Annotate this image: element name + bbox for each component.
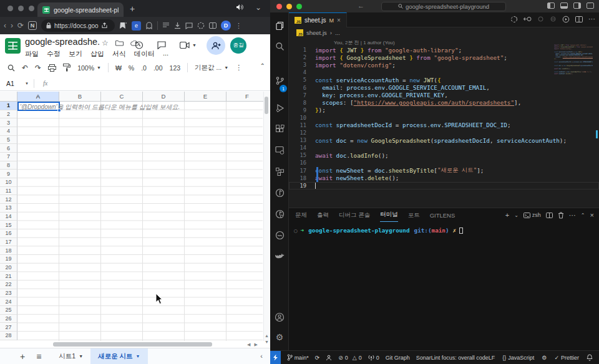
column-header-F[interactable]: F — [226, 92, 268, 102]
name-box[interactable]: A1 — [0, 80, 25, 87]
window-zoom-button[interactable] — [296, 4, 302, 9]
run-file-icon[interactable] — [562, 16, 570, 23]
tab-capture-icon[interactable] — [197, 22, 205, 29]
sonarlint-status[interactable]: SonarLint focus: overall code — [416, 355, 489, 361]
number-format-button[interactable]: 123 — [170, 64, 181, 72]
profile-avatar[interactable]: D — [221, 21, 231, 31]
grid-corner[interactable] — [0, 92, 17, 102]
row-header-23[interactable]: 23 — [0, 289, 17, 298]
version-history-icon[interactable] — [134, 41, 144, 50]
row-header-11[interactable]: 11 — [0, 187, 17, 196]
row-header-21[interactable]: 21 — [0, 272, 17, 280]
chevron-down-icon[interactable]: ⌄ — [255, 3, 261, 12]
menu-kebab-icon[interactable]: ⋮ — [235, 22, 242, 30]
maximize-panel-icon[interactable]: ⌃ — [581, 213, 585, 218]
user-avatar[interactable]: 종길 — [230, 37, 246, 54]
column-header-D[interactable]: D — [143, 92, 185, 102]
terminal-dropdown-icon[interactable]: ⌄ — [514, 213, 519, 218]
reload-button[interactable]: ⟳ — [17, 21, 24, 30]
customize-layout-icon[interactable] — [587, 2, 594, 9]
notion-extension-icon[interactable]: N — [28, 21, 37, 30]
scroll-left-icon[interactable]: ◀ — [247, 342, 250, 347]
kill-terminal-icon[interactable] — [558, 212, 564, 219]
close-panel-icon[interactable]: × — [590, 211, 594, 219]
settings-gear-icon[interactable]: ⚙ — [270, 329, 289, 345]
git-graph-status[interactable]: Git Graph — [386, 355, 410, 361]
search-icon[interactable] — [270, 38, 289, 54]
panel-tab-출력[interactable]: 출력 — [317, 208, 329, 222]
column-header-E[interactable]: E — [185, 92, 226, 102]
grid-cells[interactable] — [17, 102, 263, 341]
gitlens-icon[interactable] — [270, 227, 289, 243]
panel-tab-디버그 콘솔[interactable]: 디버그 콘솔 — [339, 208, 370, 222]
sheetbar-collapse-icon[interactable]: ‹ — [260, 352, 263, 360]
sheets-logo[interactable] — [5, 38, 21, 54]
star-icon[interactable]: ☆ — [102, 39, 109, 47]
comment-icon[interactable] — [157, 41, 166, 49]
row-header-3[interactable]: 3 — [0, 118, 17, 127]
docker-icon[interactable] — [270, 248, 289, 264]
menu-item-삽입[interactable]: 삽입 — [90, 49, 104, 59]
panel-more-icon[interactable]: ⋯ — [569, 211, 576, 219]
menu-item-파일[interactable]: 파일 — [25, 49, 39, 59]
row-header-28[interactable]: 28 — [0, 332, 17, 340]
breadcrumb-more[interactable]: ... — [335, 29, 340, 36]
increase-decimal-button[interactable]: .00 — [153, 64, 163, 72]
toggle-sidebar-icon[interactable] — [547, 2, 555, 9]
all-sheets-icon[interactable]: ≡ — [36, 352, 41, 362]
menu-item-서식[interactable]: 서식 — [112, 49, 126, 59]
menu-item-...[interactable]: ... — [163, 49, 168, 59]
download-icon[interactable] — [174, 22, 181, 29]
row-header-18[interactable]: 18 — [0, 246, 17, 255]
nav-back-icon[interactable]: ← — [358, 2, 364, 9]
row-header-5[interactable]: 5 — [0, 136, 17, 145]
row-header-17[interactable]: 17 — [0, 238, 17, 247]
share-button[interactable] — [207, 36, 225, 55]
row-header-25[interactable]: 25 — [0, 306, 17, 315]
currency-format-button[interactable]: ₩ — [115, 64, 122, 72]
move-folder-icon[interactable] — [115, 40, 124, 46]
paint-format-icon[interactable] — [63, 64, 71, 72]
live-share-icon[interactable] — [326, 355, 332, 361]
row-header-27[interactable]: 27 — [0, 323, 17, 332]
search-icon[interactable] — [7, 64, 15, 72]
window-minimize-button[interactable] — [18, 6, 24, 11]
run-debug-icon[interactable] — [270, 100, 289, 116]
window-minimize-button[interactable] — [286, 4, 292, 9]
collapse-toolbar-icon[interactable]: ⌃ — [260, 62, 265, 69]
extension-blue-icon[interactable]: e — [132, 21, 141, 31]
row-header-13[interactable]: 13 — [0, 204, 17, 213]
back-button[interactable]: ‹ — [4, 21, 6, 30]
undo-icon[interactable]: ↶ — [22, 64, 28, 72]
print-icon[interactable] — [48, 64, 56, 72]
chat-icon[interactable] — [185, 22, 193, 29]
row-header-8[interactable]: 8 — [0, 161, 17, 170]
browser-tab[interactable]: google-spreadsheet-playgroun — [37, 2, 124, 17]
row-header-24[interactable]: 24 — [0, 297, 17, 306]
panel-tab-문제[interactable]: 문제 — [295, 208, 307, 222]
menu-item-보기[interactable]: 보기 — [69, 49, 82, 59]
sheet-tab-caret-icon[interactable]: ▼ — [79, 354, 83, 358]
row-header-26[interactable]: 26 — [0, 315, 17, 323]
minimap[interactable]: 1import { JWT } from "google-auth-librar… — [554, 44, 593, 88]
container-blocks-icon[interactable] — [270, 163, 289, 180]
vertical-scrollbar[interactable] — [263, 92, 269, 341]
split-view-icon[interactable] — [209, 22, 217, 29]
row-header-7[interactable]: 7 — [0, 153, 17, 161]
prettier-status[interactable]: ✓Prettier — [554, 355, 579, 361]
percent-format-button[interactable]: % — [129, 64, 134, 72]
zoom-select[interactable]: 100%▼ — [77, 64, 101, 72]
explorer-icon[interactable] — [270, 17, 289, 34]
row-header-15[interactable]: 15 — [0, 221, 17, 229]
sheet-tab-caret-icon[interactable]: ▼ — [136, 354, 140, 358]
next-change-icon[interactable] — [537, 16, 544, 22]
meet-button[interactable]: ▼ — [180, 42, 197, 49]
toggle-panel-icon[interactable] — [560, 2, 568, 9]
remote-explorer-icon[interactable] — [270, 142, 289, 158]
speaker-icon[interactable] — [236, 4, 244, 11]
code-editor[interactable]: You, 2분 전 | 1 author (You) 1import { JWT… — [289, 38, 599, 208]
toggle-secondary-sidebar-icon[interactable] — [573, 2, 581, 9]
more-actions-icon[interactable]: ⋯ — [588, 15, 595, 23]
terminal-profile[interactable]: zsh — [524, 212, 541, 218]
breadcrumb-file[interactable]: sheet.js — [306, 29, 327, 36]
